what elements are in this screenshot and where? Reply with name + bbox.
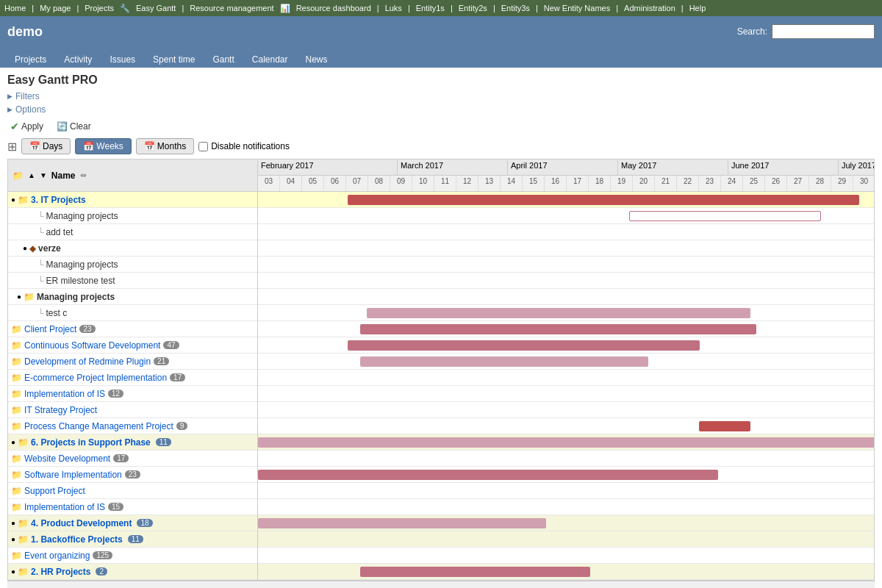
nav-admin[interactable]: Administration	[624, 4, 675, 12]
nav-home[interactable]: Home	[4, 4, 26, 12]
left-cell-website-dev[interactable]: 📁Website Development17	[8, 451, 258, 466]
collapse-icon[interactable]: ●	[11, 567, 15, 576]
row-name: Implementation of IS	[24, 389, 105, 399]
tab-calendar[interactable]: Calendar	[245, 51, 295, 68]
left-cell-event-org[interactable]: 📁Event organizing125	[8, 548, 258, 563]
left-cell-it-projects[interactable]: ●📁3. IT Projects	[8, 192, 258, 207]
left-cell-it-strategy[interactable]: 📁IT Strategy Project	[8, 402, 258, 417]
left-cell-software-impl[interactable]: 📁Software Implementation23	[8, 467, 258, 482]
gantt-row-process-change: 📁Process Change Management Project9	[8, 418, 257, 434]
nav-mypage[interactable]: My page	[40, 4, 71, 12]
gantt-right-row-managing-projects-3	[258, 289, 874, 305]
tab-activity[interactable]: Activity	[57, 51, 99, 68]
nav-resource-dash[interactable]: Resource dashboard	[296, 4, 371, 12]
month-cell-3: May 2017	[618, 159, 728, 175]
gantt-bar-software-impl[interactable]	[258, 470, 718, 480]
gantt-scrollbar[interactable]	[7, 581, 875, 588]
left-cell-impl-is-2[interactable]: 📁Implementation of IS15	[8, 499, 258, 514]
collapse-icon[interactable]: ●	[11, 196, 15, 204]
gantt-bar-product-dev[interactable]	[258, 518, 546, 528]
gantt-bar-client-project[interactable]	[360, 324, 756, 334]
weeks-view-button[interactable]: 📅 Weeks	[75, 138, 131, 154]
left-cell-ecommerce[interactable]: 📁E-commerce Project Implementation17	[8, 370, 258, 385]
left-cell-impl-is-1[interactable]: 📁Implementation of IS12	[8, 386, 258, 401]
left-cell-support-project[interactable]: 📁Support Project	[8, 483, 258, 498]
gantt-bar-process-change[interactable]	[699, 421, 750, 431]
month-cell-1: March 2017	[398, 159, 508, 175]
gantt-bar-test-c[interactable]	[367, 308, 750, 318]
sort-down-icon[interactable]: ▼	[40, 171, 47, 179]
group-badge: 11	[128, 535, 143, 543]
gantt-row-verze: ●◆verze	[8, 240, 257, 257]
tab-news[interactable]: News	[298, 51, 335, 68]
gantt-bar-managing-projects-1[interactable]	[629, 211, 821, 221]
right-cell-managing-projects-1	[258, 208, 874, 223]
left-cell-er-milestone[interactable]: └ER milestone test	[8, 273, 258, 288]
left-cell-client-project[interactable]: 📁Client Project23	[8, 321, 258, 337]
grid-view-icon[interactable]: ⊞	[7, 140, 17, 154]
tab-issues[interactable]: Issues	[102, 51, 143, 68]
week-cell-13: 13	[478, 176, 501, 191]
filters-toggle[interactable]: Filters	[7, 91, 875, 101]
nav-entity3s[interactable]: Entity3s	[501, 4, 530, 12]
collapse-icon[interactable]: ●	[11, 535, 15, 543]
nav-entity1s[interactable]: Entity1s	[416, 4, 445, 12]
week-cell-05: 05	[302, 176, 324, 191]
collapse-icon[interactable]: ●	[17, 293, 21, 301]
gantt-bar-hr-projects[interactable]	[360, 567, 590, 577]
row-badge: 125	[93, 551, 112, 559]
check-icon: ✔	[10, 121, 19, 132]
tab-gantt[interactable]: Gantt	[205, 51, 241, 68]
left-cell-process-change[interactable]: 📁Process Change Management Project9	[8, 418, 258, 434]
left-cell-add-tet[interactable]: └add tet	[8, 224, 258, 240]
nav-projects[interactable]: Projects	[85, 4, 114, 12]
left-cell-managing-projects-1[interactable]: └Managing projects	[8, 208, 258, 223]
left-cell-support-phase[interactable]: ●📁6. Projects in Support Phase11	[8, 434, 258, 450]
options-section: Options	[7, 104, 875, 115]
left-cell-verze[interactable]: ●◆verze	[8, 240, 258, 256]
left-cell-test-c[interactable]: └test c	[8, 305, 258, 320]
gantt-bar-it-projects[interactable]	[348, 195, 859, 205]
nav-entity2s[interactable]: Entity2s	[459, 4, 487, 12]
left-cell-cont-software[interactable]: 📁Continuous Software Development47	[8, 337, 258, 353]
gantt-bar-support-phase[interactable]	[258, 437, 874, 448]
options-toggle[interactable]: Options	[7, 104, 875, 115]
disable-notifications-label[interactable]: Disable notifications	[198, 141, 290, 151]
row-name: test c	[46, 308, 68, 318]
folder-icon: 📁	[11, 453, 22, 464]
left-cell-hr-projects[interactable]: ●📁2. HR Projects2	[8, 564, 258, 579]
apply-button[interactable]: ✔ Apply	[7, 119, 46, 134]
left-cell-managing-projects-2[interactable]: └Managing projects	[8, 257, 258, 272]
collapse-icon[interactable]: ●	[23, 244, 27, 252]
row-badge: 15	[108, 503, 123, 511]
nav-easygantt[interactable]: Easy Gantt	[136, 4, 176, 12]
collapse-icon[interactable]: ●	[11, 438, 15, 446]
week-cell-06: 06	[324, 176, 346, 191]
right-cell-product-dev	[258, 515, 874, 531]
search-input[interactable]	[772, 24, 875, 39]
nav-resource-mgmt[interactable]: Resource management	[190, 4, 273, 12]
row-name: 4. Product Development	[31, 518, 132, 528]
tab-spent-time[interactable]: Spent time	[146, 51, 202, 68]
page-content: Easy Gantt PRO Filters Options ✔ Apply 🔄…	[0, 68, 882, 588]
collapse-icon[interactable]: ●	[11, 519, 15, 527]
left-cell-managing-projects-3[interactable]: ●📁Managing projects	[8, 289, 258, 304]
nav-luks[interactable]: Luks	[385, 4, 402, 12]
left-cell-backoffice[interactable]: ●📁1. Backoffice Projects11	[8, 531, 258, 547]
folder-icon: 📁	[11, 373, 22, 383]
nav-newentity[interactable]: New Entity Names	[544, 4, 610, 12]
nav-help[interactable]: Help	[689, 4, 706, 12]
search-label: Search:	[737, 26, 767, 37]
gantt-bar-cont-software[interactable]	[348, 340, 700, 351]
days-view-button[interactable]: 📅 Days	[21, 138, 71, 154]
sort-up-icon[interactable]: ▲	[28, 171, 35, 179]
months-view-button[interactable]: 📅 Months	[136, 138, 194, 154]
tab-projects[interactable]: Projects	[7, 51, 54, 68]
clear-button[interactable]: 🔄 Clear	[54, 120, 94, 133]
disable-notifications-checkbox[interactable]	[198, 142, 208, 151]
row-name: Implementation of IS	[24, 502, 105, 512]
left-cell-product-dev[interactable]: ●📁4. Product Development18	[8, 515, 258, 531]
left-cell-dev-redmine[interactable]: 📁Development of Redmine Plugin21	[8, 354, 258, 369]
gantt-bar-dev-redmine[interactable]	[360, 356, 648, 367]
right-cell-it-projects	[258, 192, 874, 207]
